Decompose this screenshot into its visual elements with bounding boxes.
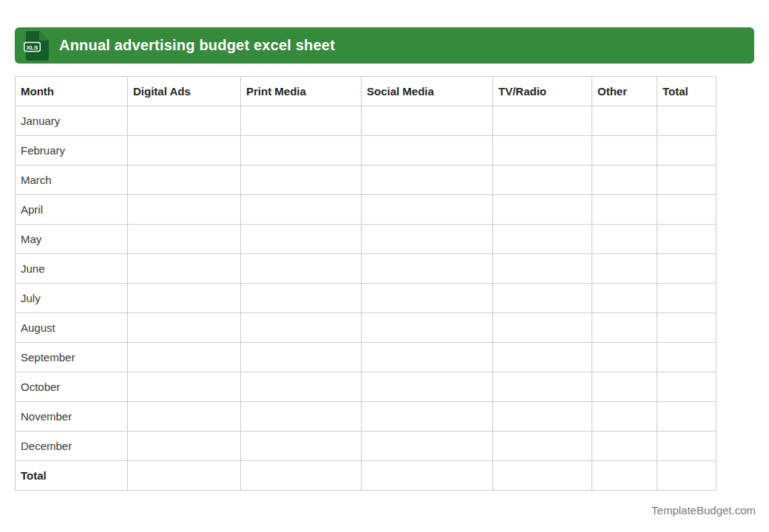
- table-row-november: November: [16, 402, 717, 432]
- column-header-print-media: Print Media: [241, 77, 362, 106]
- data-cell: [128, 106, 241, 136]
- total-label-cell: Total: [16, 461, 128, 491]
- data-cell: [493, 195, 592, 225]
- data-cell: [657, 461, 717, 491]
- data-cell: [592, 313, 657, 343]
- data-cell: [128, 225, 241, 254]
- data-cell: [128, 313, 241, 343]
- data-cell: [362, 313, 493, 343]
- data-cell: [362, 225, 493, 254]
- column-header-digital-ads: Digital Ads: [128, 77, 241, 106]
- data-cell: [592, 136, 657, 166]
- month-cell: October: [16, 372, 128, 402]
- data-cell: [362, 372, 493, 402]
- data-cell: [362, 343, 493, 372]
- data-cell: [657, 195, 717, 225]
- table-row-january: January: [16, 106, 717, 136]
- column-header-tv-radio: TV/Radio: [493, 77, 592, 106]
- data-cell: [362, 106, 493, 136]
- data-cell: [493, 343, 592, 372]
- data-cell: [657, 166, 717, 195]
- table-row-december: December: [16, 432, 717, 461]
- site-credit: TemplateBudget.com: [651, 504, 756, 516]
- data-cell: [493, 284, 592, 313]
- month-cell: August: [16, 313, 128, 343]
- data-cell: [128, 343, 241, 372]
- data-cell: [592, 195, 657, 225]
- data-cell: [592, 106, 657, 136]
- data-cell: [592, 372, 657, 402]
- title-banner: XLS Annual advertising budget excel shee…: [15, 27, 754, 64]
- month-cell: May: [16, 225, 128, 254]
- table-row-february: February: [16, 136, 717, 166]
- data-cell: [493, 313, 592, 343]
- data-cell: [493, 136, 592, 166]
- data-cell: [493, 372, 592, 402]
- data-cell: [362, 195, 493, 225]
- data-cell: [493, 461, 592, 491]
- data-cell: [241, 432, 362, 461]
- page: XLS Annual advertising budget excel shee…: [0, 0, 769, 532]
- data-cell: [493, 402, 592, 432]
- data-cell: [657, 313, 717, 343]
- data-cell: [362, 136, 493, 166]
- column-header-total: Total: [657, 77, 717, 106]
- column-header-social-media: Social Media: [362, 77, 493, 106]
- data-cell: [657, 432, 717, 461]
- month-cell: September: [16, 343, 128, 372]
- data-cell: [241, 372, 362, 402]
- data-cell: [657, 402, 717, 432]
- table-row-april: April: [16, 195, 717, 225]
- data-cell: [657, 106, 717, 136]
- column-header-other: Other: [592, 77, 657, 106]
- data-cell: [241, 343, 362, 372]
- data-cell: [657, 284, 717, 313]
- column-header-month: Month: [16, 77, 128, 106]
- data-cell: [128, 402, 241, 432]
- data-cell: [241, 106, 362, 136]
- data-cell: [493, 254, 592, 284]
- month-cell: June: [16, 254, 128, 284]
- table-row-may: May: [16, 225, 717, 254]
- data-cell: [241, 166, 362, 195]
- data-cell: [362, 461, 493, 491]
- data-cell: [128, 432, 241, 461]
- table-row-total: Total: [16, 461, 717, 491]
- data-cell: [592, 166, 657, 195]
- month-cell: July: [16, 284, 128, 313]
- data-cell: [362, 432, 493, 461]
- data-cell: [128, 166, 241, 195]
- xls-file-icon: XLS: [24, 31, 49, 61]
- data-cell: [592, 254, 657, 284]
- data-cell: [592, 284, 657, 313]
- page-title: Annual advertising budget excel sheet: [59, 37, 335, 54]
- month-cell: November: [16, 402, 128, 432]
- month-cell: January: [16, 106, 128, 136]
- data-cell: [241, 402, 362, 432]
- budget-table: Month Digital Ads Print Media Social Med…: [15, 76, 717, 491]
- table-row-june: June: [16, 254, 717, 284]
- data-cell: [592, 343, 657, 372]
- data-cell: [128, 195, 241, 225]
- month-cell: February: [16, 136, 128, 166]
- data-cell: [592, 432, 657, 461]
- data-cell: [128, 254, 241, 284]
- month-cell: April: [16, 195, 128, 225]
- data-cell: [362, 402, 493, 432]
- data-cell: [657, 136, 717, 166]
- data-cell: [241, 195, 362, 225]
- table-row-march: March: [16, 166, 717, 195]
- data-cell: [657, 372, 717, 402]
- xls-icon-label: XLS: [27, 44, 38, 50]
- data-cell: [241, 225, 362, 254]
- data-cell: [241, 136, 362, 166]
- data-cell: [362, 254, 493, 284]
- data-cell: [128, 136, 241, 166]
- table-row-july: July: [16, 284, 717, 313]
- data-cell: [493, 106, 592, 136]
- table-row-august: August: [16, 313, 717, 343]
- data-cell: [128, 372, 241, 402]
- data-cell: [493, 166, 592, 195]
- data-cell: [362, 166, 493, 195]
- table-header-row: Month Digital Ads Print Media Social Med…: [16, 77, 717, 106]
